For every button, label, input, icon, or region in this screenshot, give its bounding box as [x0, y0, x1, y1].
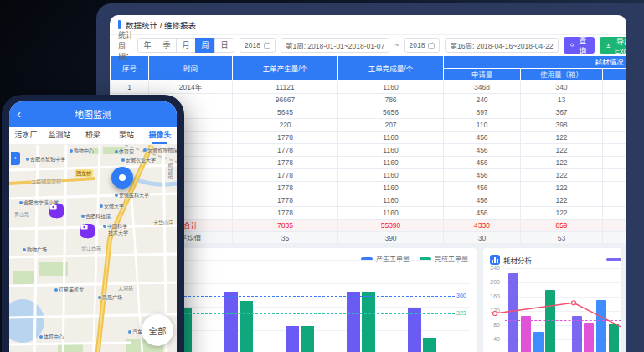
table-cell: 1160 — [338, 207, 444, 220]
poi-icon — [128, 330, 131, 334]
query-button[interactable]: 查询 — [564, 37, 595, 54]
table-row: 6177811604561227967 — [111, 144, 627, 157]
phone-tab-污水厂[interactable]: 污水厂 — [9, 127, 43, 144]
phone-tab-泵站[interactable]: 泵站 — [110, 127, 143, 144]
map-label: 购物广场 — [23, 246, 47, 253]
table-row: 12014年111211160346834070250 — [111, 81, 627, 94]
poi-icon — [23, 248, 26, 251]
table-cell: 456 — [444, 132, 521, 144]
phone-tab-桥梁[interactable]: 桥梁 — [76, 127, 110, 144]
week-to-value: 第16周: 2018-04-16~2018-04-22 — [450, 40, 553, 50]
table-cell: 398 — [521, 119, 603, 132]
table-cell: 456 — [444, 207, 521, 220]
poi-icon — [39, 335, 43, 339]
year-from-select[interactable]: 2018 — [240, 38, 276, 53]
table-row: 9177811604561227967 — [111, 182, 627, 194]
table-cell: 79 — [603, 169, 627, 182]
camera-marker[interactable] — [49, 204, 64, 218]
period-option[interactable]: 周 — [195, 38, 215, 53]
calendar-icon — [428, 42, 435, 49]
table-row: 11177811604561227967 — [111, 207, 627, 220]
table-cell: 3468 — [444, 81, 521, 94]
table-cell: 2014年 — [149, 81, 233, 94]
grid-line — [505, 297, 621, 298]
poi-icon — [100, 204, 103, 208]
download-icon — [606, 42, 611, 49]
y-axis-tick: 200 — [483, 279, 500, 285]
breadcrumb-accent — [118, 20, 121, 29]
phone-tab-监测站[interactable]: 监测站 — [43, 127, 76, 144]
map-label: 黄山路 — [14, 210, 29, 218]
period-option[interactable]: 日 — [214, 38, 234, 53]
material-chart-header: 耗材分析 — [490, 255, 532, 265]
year-to-value: 2018 — [410, 41, 425, 49]
table-cell: 122 — [521, 207, 603, 220]
map-label: 安徽大学 — [100, 202, 124, 210]
map-view[interactable]: › 购物中心体育馆安徽农业大学安徽省博物馆合肥市琥珀中学桐城路五里墩立交桥回龙桥… — [9, 145, 177, 352]
page-background: 数据统计 / 维修报表 统计周期： 年季月周日 2018 第1周: 2018-0… — [0, 0, 644, 352]
map-expand-button[interactable]: › — [11, 152, 20, 165]
table-row: 10177811604561227967 — [111, 194, 627, 207]
material-chart-legend-dash[interactable] — [606, 258, 621, 261]
period-option[interactable]: 月 — [176, 38, 196, 53]
year-to-select[interactable]: 2018 — [404, 38, 440, 53]
period-option[interactable]: 年 — [137, 38, 157, 53]
table-cell: 367 — [521, 106, 603, 119]
legend-item[interactable]: 完成工单量 — [420, 254, 468, 263]
poi-icon — [26, 158, 29, 161]
reference-line-label: 323 — [456, 310, 473, 316]
table-cell: 5656 — [338, 106, 444, 119]
period-option[interactable]: 季 — [157, 38, 177, 53]
sub-column-header: 库存量 — [603, 69, 627, 81]
table-cell: 122 — [521, 144, 603, 157]
poi-icon — [115, 194, 118, 197]
table-cell: 5645 — [233, 106, 338, 119]
camera-marker[interactable] — [80, 224, 95, 238]
table-cell: 1778 — [233, 182, 338, 194]
map-label: 大华山庄 — [153, 219, 173, 226]
y-axis-tick: 240 — [483, 265, 500, 271]
breadcrumb: 数据统计 / 维修报表 — [110, 15, 626, 35]
table-cell: 96667 — [233, 94, 338, 106]
map-all-button[interactable]: 全部 — [142, 314, 173, 346]
reference-line-label: 360 — [456, 292, 473, 298]
table-cell: 79 — [603, 207, 627, 220]
table-cell: 7 — [603, 94, 627, 106]
table-cell: 79 — [603, 144, 627, 157]
poi-icon — [19, 201, 23, 204]
legend-label: 产生工单量 — [376, 254, 410, 263]
table-cell: 122 — [521, 157, 603, 169]
selected-camera-marker[interactable] — [111, 167, 133, 189]
table-cell: 124 — [603, 106, 627, 119]
bar-produced — [286, 326, 299, 352]
map-label: 桐城路 — [167, 163, 174, 179]
map-label: 安徽农业大学 — [121, 156, 156, 163]
table-cell: 122 — [521, 182, 603, 194]
table-header: 序号时间工单产生量/个工单完成量/个耗材情况申请量使用量（箱）库存量金额 — [111, 56, 627, 81]
grid-line — [505, 268, 621, 269]
reference-line — [505, 329, 621, 329]
map-label: 体育中心 — [39, 333, 64, 340]
map-label: 购物中心 — [70, 147, 94, 154]
search-icon — [570, 42, 574, 49]
marker-core — [119, 174, 126, 181]
work-order-chart-legend: 产生工单量完成工单量 — [361, 254, 468, 263]
phone-tab-摄像头[interactable]: 摄像头 — [143, 127, 177, 144]
legend-item[interactable]: 产生工单量 — [361, 254, 410, 263]
table-cell: 79 — [603, 194, 627, 207]
map-label: 合肥市琥珀中学 — [26, 155, 65, 163]
phone-device: ‹ 地图监测 污水厂监测站桥梁泵站摄像头 — [2, 95, 184, 352]
material-analysis-chart: 耗材分析 2402001601208040 — [483, 248, 621, 352]
week-from-input[interactable]: 第1周: 2018-01-01~2018-01-07 — [281, 38, 389, 53]
table-cell: 240 — [444, 94, 521, 106]
table-row: 42202071103989019 — [111, 119, 627, 132]
back-icon[interactable]: ‹ — [17, 102, 21, 126]
legend-label: 完成工单量 — [435, 254, 468, 263]
export-excel-button[interactable]: 导出Excel — [600, 37, 626, 54]
table-cell: 1778 — [233, 144, 338, 157]
week-to-input[interactable]: 第16周: 2018-04-16~2018-04-22 — [445, 38, 558, 53]
material-bar — [621, 332, 621, 352]
bar-completed — [240, 301, 253, 352]
y-axis-tick: 120 — [483, 308, 500, 313]
report-table: 序号时间工单产生量/个工单完成量/个耗材情况申请量使用量（箱）库存量金额1201… — [110, 55, 626, 245]
